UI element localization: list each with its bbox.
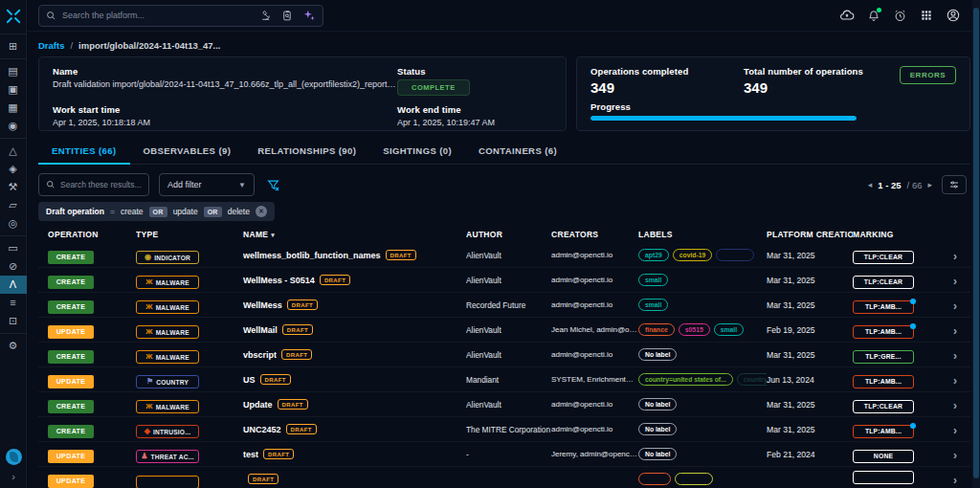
enriched-dot-badge xyxy=(910,423,916,429)
column-header-author[interactable]: AUTHOR xyxy=(466,230,551,239)
filter-field: Draft operation xyxy=(46,207,104,216)
creators-cell: Jeremy, admin@opencti.io xyxy=(551,450,638,458)
row-expand-chevron-icon[interactable]: › xyxy=(953,349,957,363)
errors-button[interactable]: ERRORS xyxy=(900,66,956,84)
sidebar-item-observations-icon[interactable]: ◉ xyxy=(0,117,27,135)
sidebar-item-events-icon[interactable]: ▦ xyxy=(0,99,27,117)
sidebar-item-dashboard-icon[interactable]: ⊞ xyxy=(0,37,27,55)
row-expand-chevron-icon[interactable]: › xyxy=(953,374,957,388)
results-search-input[interactable] xyxy=(60,180,142,189)
top-bar xyxy=(27,0,972,32)
filter-operator: = xyxy=(110,207,115,216)
operation-chip: UPDATE xyxy=(48,475,94,488)
row-expand-chevron-icon[interactable]: › xyxy=(953,474,957,487)
opencti-logo-icon[interactable] xyxy=(0,2,27,31)
research-icon[interactable] xyxy=(260,10,273,22)
sidebar-expand-chevron-icon[interactable]: › xyxy=(11,471,15,482)
row-expand-chevron-icon[interactable]: › xyxy=(953,250,957,263)
add-filter-select[interactable]: Add filter ▼ xyxy=(159,173,255,196)
table-row[interactable]: UPDATE♟THREAT AC...testDRAFT-Jeremy, adm… xyxy=(38,442,970,467)
breadcrumb-drafts-link[interactable]: Drafts xyxy=(38,40,64,51)
sidebar-item-trash-icon[interactable]: ⊡ xyxy=(0,312,27,330)
results-search[interactable] xyxy=(38,173,149,196)
entity-type-icon: ◆ xyxy=(145,428,150,435)
labels-cell: No label xyxy=(638,348,767,361)
apps-grid-icon[interactable] xyxy=(920,9,933,22)
sidebar-item-threats-icon[interactable]: △ xyxy=(0,142,27,160)
pagination: ◂ 1 - 25 / 66 ▸ xyxy=(868,175,970,194)
sidebar-item-analyses-icon[interactable]: ▤ xyxy=(0,62,27,80)
tab-relationships[interactable]: RELATIONSHIPS (90) xyxy=(244,139,369,164)
label-chip xyxy=(675,473,713,485)
entity-type-icon: Ж xyxy=(145,278,152,286)
cloud-sync-icon[interactable] xyxy=(839,8,855,23)
tab-sightings[interactable]: SIGHTINGS (0) xyxy=(369,139,465,164)
column-header-marking[interactable]: MARKING xyxy=(853,230,939,239)
column-header-operation[interactable]: OPERATION xyxy=(48,230,136,239)
operation-chip: CREATE xyxy=(48,300,94,314)
ai-sparkles-icon[interactable] xyxy=(302,9,316,22)
labels-cell: small xyxy=(638,274,767,286)
filigran-avatar[interactable] xyxy=(6,449,22,465)
investigation-search-icon[interactable] xyxy=(281,10,294,22)
row-expand-chevron-icon[interactable]: › xyxy=(953,399,957,412)
sidebar-item-drafts-icon[interactable]: Λ xyxy=(0,276,27,294)
prev-page-icon[interactable]: ◂ xyxy=(868,180,873,189)
sidebar-item-entities-icon[interactable]: ▱ xyxy=(0,196,27,214)
sidebar-item-cases-icon[interactable]: ▣ xyxy=(0,80,27,99)
triggers-alarm-icon[interactable] xyxy=(893,9,907,23)
column-header-name[interactable]: NAME▾ xyxy=(243,230,466,239)
table-row[interactable]: UPDATE⚑COUNTRYUSDRAFTMandiantSYSTEM, Enr… xyxy=(38,367,970,392)
creators-cell: admin@opencti.io xyxy=(551,400,638,409)
column-header-creators[interactable]: CREATORS xyxy=(551,230,638,239)
enriched-dot-badge xyxy=(910,299,916,304)
table-row[interactable]: CREATEЖMALWAREWellMessDRAFTRecorded Futu… xyxy=(38,293,970,318)
table-row[interactable]: CREATEЖMALWAREWellMess - S0514DRAFTAlien… xyxy=(38,268,970,293)
entity-type-label: MALWARE xyxy=(156,404,189,410)
table-row[interactable]: CREATE◆INTRUSIO...UNC2452DRAFTThe MITRE … xyxy=(38,417,970,442)
sidebar-item-settings-icon[interactable]: ⚙ xyxy=(0,337,27,355)
global-search[interactable] xyxy=(38,5,323,27)
column-header-labels[interactable]: LABELS xyxy=(638,230,767,239)
filter-or-toggle[interactable]: OR xyxy=(204,207,222,217)
scrollbar-thumb[interactable] xyxy=(973,8,979,478)
entity-type-chip: ЖMALWARE xyxy=(136,300,199,314)
sidebar-item-investigations-icon[interactable]: ⊘ xyxy=(0,257,27,276)
work-start-label: Work start time xyxy=(53,104,397,115)
entity-type-chip: ЖMALWARE xyxy=(136,276,199,289)
sidebar-item-data-icon[interactable]: ≡ xyxy=(0,294,27,312)
table-row[interactable]: CREATEЖMALWAREvbscriptDRAFTAlienVaultadm… xyxy=(38,343,970,367)
tab-entities[interactable]: ENTITIES (66) xyxy=(38,139,130,164)
row-expand-chevron-icon[interactable]: › xyxy=(953,275,957,288)
sidebar-item-dashboards-icon[interactable]: ▭ xyxy=(0,239,27,257)
list-settings-icon[interactable] xyxy=(942,175,967,194)
tab-containers[interactable]: CONTAINERS (6) xyxy=(465,139,570,164)
global-search-input[interactable] xyxy=(62,11,255,20)
table-row[interactable]: CREATE◉INDICATORwellmess_botlib_function… xyxy=(38,243,970,268)
row-expand-chevron-icon[interactable]: › xyxy=(953,324,957,338)
clear-filters-icon[interactable] xyxy=(266,178,280,192)
column-header-platform-creation-date[interactable]: PLATFORM CREATION DATE xyxy=(767,230,853,239)
row-expand-chevron-icon[interactable]: › xyxy=(953,299,957,313)
table-row[interactable]: UPDATEЖMALWAREWellMailDRAFTAlienVaultJea… xyxy=(38,318,970,343)
account-icon[interactable] xyxy=(946,8,961,23)
filter-remove-icon[interactable]: ✕ xyxy=(256,206,267,217)
table-row[interactable]: CREATEЖMALWAREUpdateDRAFTAlienVaultadmin… xyxy=(38,392,970,417)
draft-badge: DRAFT xyxy=(320,275,350,285)
row-expand-chevron-icon[interactable]: › xyxy=(953,449,957,462)
sort-arrow-icon: ▾ xyxy=(271,232,275,238)
left-sidebar: ⊞▤▣▦◉△◈⚒▱◎▭⊘Λ≡⊡⚙ › xyxy=(0,0,27,488)
column-header-type[interactable]: TYPE xyxy=(136,230,243,239)
sidebar-item-arsenal-icon[interactable]: ◈ xyxy=(0,160,27,178)
active-filter-chip[interactable]: Draft operation = createORupdateORdelete… xyxy=(38,202,275,221)
table-row[interactable]: UPDATEDRAFT› xyxy=(38,467,970,488)
vertical-scrollbar[interactable] xyxy=(972,0,980,488)
notifications-bell-icon[interactable] xyxy=(867,9,880,23)
filter-or-toggle[interactable]: OR xyxy=(149,207,167,217)
operation-chip: CREATE xyxy=(48,350,94,364)
tab-observables[interactable]: OBSERVABLES (9) xyxy=(130,139,245,164)
sidebar-item-locations-icon[interactable]: ◎ xyxy=(0,214,27,233)
next-page-icon[interactable]: ▸ xyxy=(927,180,932,189)
sidebar-item-techniques-icon[interactable]: ⚒ xyxy=(0,178,27,196)
row-expand-chevron-icon[interactable]: › xyxy=(953,424,957,437)
